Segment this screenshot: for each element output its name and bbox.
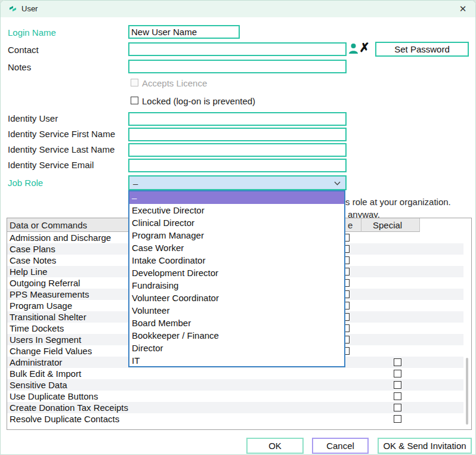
- header-separator: [361, 218, 361, 232]
- ok-button[interactable]: OK: [246, 438, 304, 454]
- job-role-option[interactable]: Volunteer Coordinator: [129, 292, 344, 304]
- close-icon[interactable]: ✕: [457, 3, 469, 15]
- identity-last-name-label: Identity Service Last Name: [8, 144, 115, 154]
- header-partial-column: e: [348, 220, 353, 230]
- job-role-option[interactable]: Development Director: [129, 267, 344, 279]
- accepts-licence-label: Accepts Licence: [142, 78, 207, 88]
- login-name-input[interactable]: [128, 25, 240, 39]
- user-dialog: User ✕ Login Name Contact Notes Identity…: [0, 0, 476, 455]
- header-data-or-commands: Data or Commands: [10, 220, 87, 230]
- job-role-option[interactable]: Case Worker: [129, 242, 344, 254]
- row-label: Bulk Edit & Import: [10, 369, 81, 379]
- job-role-select[interactable]: –: [128, 175, 347, 190]
- chevron-down-icon: [334, 181, 341, 185]
- table-row[interactable]: Create Donation Tax Receipts: [7, 402, 463, 413]
- job-role-option[interactable]: Clinical Director: [129, 216, 344, 229]
- login-name-label: Login Name: [8, 27, 56, 38]
- job-role-option[interactable]: Program Manager: [129, 229, 344, 242]
- locked-checkbox[interactable]: [131, 97, 138, 104]
- job-role-option[interactable]: Fundraising: [129, 279, 344, 292]
- contact-input[interactable]: [128, 42, 347, 56]
- accepts-licence-checkbox: [131, 79, 138, 86]
- table-scrollbar-thumb[interactable]: [466, 358, 468, 425]
- row-label: Change Field Values: [10, 346, 92, 356]
- set-password-button[interactable]: Set Password: [375, 42, 469, 57]
- row-label: Administrator: [10, 357, 62, 367]
- job-role-option[interactable]: Director: [129, 342, 344, 354]
- row-label: Time Dockets: [10, 323, 64, 333]
- notes-input[interactable]: [128, 60, 347, 73]
- row-label: Users In Segment: [10, 335, 81, 345]
- contact-clear-icon[interactable]: ✗: [359, 41, 370, 55]
- job-role-option[interactable]: Board Member: [129, 317, 344, 329]
- job-role-option[interactable]: Bookkeeper / Finance: [129, 329, 344, 342]
- job-role-option[interactable]: –: [129, 191, 344, 204]
- table-row[interactable]: Use Duplicate Buttons: [7, 391, 463, 402]
- help-text-fragment-1: s role at your organization.: [345, 197, 451, 207]
- identity-first-name-label: Identity Service First Name: [8, 129, 115, 139]
- app-icon: [9, 5, 17, 12]
- identity-email-input[interactable]: [128, 159, 347, 172]
- row-label: Case Plans: [10, 244, 55, 254]
- cancel-button[interactable]: Cancel: [312, 438, 369, 454]
- job-role-selected-value: –: [133, 178, 138, 189]
- header-special: Special: [373, 220, 402, 230]
- job-role-option[interactable]: Intake Coordinator: [129, 254, 344, 267]
- row-checkbox[interactable]: [394, 370, 401, 377]
- row-checkbox[interactable]: [394, 404, 401, 411]
- row-label: Help Line: [10, 267, 47, 277]
- row-label: Use Duplicate Buttons: [10, 391, 98, 401]
- table-row[interactable]: Resolve Duplicate Contacts: [7, 413, 463, 425]
- job-role-dropdown-list: – Executive Director Clinical Director P…: [128, 190, 345, 367]
- identity-email-label: Identity Service Email: [8, 160, 94, 170]
- job-role-option[interactable]: IT: [129, 354, 344, 367]
- table-row[interactable]: Bulk Edit & Import: [7, 368, 463, 379]
- notes-label: Notes: [8, 62, 31, 72]
- identity-first-name-input[interactable]: [128, 128, 347, 141]
- contact-person-icon[interactable]: [348, 43, 358, 54]
- row-label: Admission and Discharge: [10, 233, 111, 243]
- row-label: Transitional Shelter: [10, 312, 86, 322]
- window-title: User: [21, 4, 38, 13]
- row-checkbox[interactable]: [394, 358, 401, 366]
- identity-user-label: Identity User: [8, 113, 58, 123]
- row-checkbox[interactable]: [394, 381, 401, 389]
- row-checkbox[interactable]: [394, 415, 401, 423]
- job-role-option[interactable]: Executive Director: [129, 204, 344, 216]
- row-label: Sensitive Data: [10, 380, 67, 390]
- contact-label: Contact: [8, 45, 39, 55]
- job-role-label: Job Role: [8, 178, 43, 188]
- row-label: Case Notes: [10, 255, 56, 265]
- row-label: PPS Measurements: [10, 289, 89, 299]
- identity-last-name-input[interactable]: [128, 143, 347, 157]
- job-role-option[interactable]: Volunteer: [129, 304, 344, 317]
- titlebar: User ✕: [1, 1, 475, 17]
- row-checkbox[interactable]: [394, 392, 401, 400]
- locked-label: Locked (log-on is prevented): [142, 96, 255, 106]
- row-label: Resolve Duplicate Contacts: [10, 414, 119, 424]
- identity-user-input[interactable]: [128, 112, 347, 126]
- table-row[interactable]: Sensitive Data: [7, 379, 463, 391]
- row-label: Outgoing Referral: [10, 278, 80, 288]
- row-label: Create Donation Tax Receipts: [10, 403, 128, 413]
- row-label: Program Usage: [10, 301, 72, 311]
- ok-send-invitation-button[interactable]: OK & Send Invitation: [378, 438, 472, 454]
